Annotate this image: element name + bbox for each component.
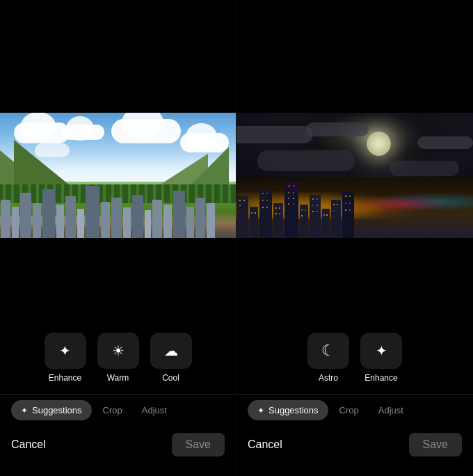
right-tab-bar: ✦ Suggestions Crop Adjust — [236, 394, 473, 426]
astro-button-right[interactable]: ☾ Astro — [307, 333, 349, 383]
suggestions-tab-right[interactable]: ✦ Suggestions — [248, 400, 328, 420]
left-phone-panel: ✦ Enhance ☀ Warm ☁ Cool ✦ Suggestions — [0, 0, 236, 476]
enhance-label-left: Enhance — [49, 373, 81, 383]
right-night-photo — [236, 113, 473, 238]
left-suggestions-row: ✦ Enhance ☀ Warm ☁ Cool — [0, 333, 236, 394]
warm-icon-left: ☀ — [97, 333, 139, 369]
suggestions-tab-label-right: Suggestions — [268, 405, 319, 415]
right-phone-panel: ☾ Astro ✦ Enhance ✦ Suggestions Crop Adj… — [236, 0, 473, 476]
right-action-bar: Cancel Save — [236, 426, 473, 470]
warm-button-left[interactable]: ☀ Warm — [97, 333, 139, 383]
suggestions-tab-label-left: Suggestions — [32, 405, 82, 415]
warm-label-left: Warm — [107, 373, 129, 383]
left-daytime-photo — [0, 113, 236, 238]
suggestions-tab-icon-left: ✦ — [21, 406, 28, 415]
crop-tab-right[interactable]: Crop — [331, 400, 367, 420]
save-button-right[interactable]: Save — [409, 433, 462, 457]
suggestions-tab-left[interactable]: ✦ Suggestions — [11, 400, 92, 420]
enhance-label-right: Enhance — [364, 373, 397, 383]
cool-icon-left: ☁ — [150, 333, 192, 369]
astro-label-right: Astro — [319, 373, 338, 383]
cancel-button-right[interactable]: Cancel — [248, 438, 282, 451]
cancel-button-left[interactable]: Cancel — [11, 438, 46, 451]
left-action-bar: Cancel Save — [0, 426, 236, 470]
left-toolbar: ✦ Enhance ☀ Warm ☁ Cool ✦ Suggestions — [0, 351, 236, 476]
right-photo-area — [236, 0, 473, 351]
right-toolbar: ☾ Astro ✦ Enhance ✦ Suggestions Crop Adj… — [236, 351, 473, 476]
save-button-left[interactable]: Save — [172, 433, 225, 457]
crop-tab-left[interactable]: Crop — [95, 400, 131, 420]
left-tab-bar: ✦ Suggestions Crop Adjust — [0, 394, 236, 426]
enhance-button-right[interactable]: ✦ Enhance — [360, 333, 402, 383]
cool-label-left: Cool — [162, 373, 179, 383]
right-suggestions-row: ☾ Astro ✦ Enhance — [236, 333, 473, 394]
adjust-tab-left[interactable]: Adjust — [134, 400, 175, 420]
enhance-button-left[interactable]: ✦ Enhance — [45, 333, 86, 383]
enhance-icon-left: ✦ — [45, 333, 86, 369]
enhance-icon-right: ✦ — [360, 333, 402, 369]
suggestions-tab-icon-right: ✦ — [257, 406, 264, 415]
astro-icon-right: ☾ — [307, 333, 349, 369]
adjust-tab-right[interactable]: Adjust — [370, 400, 412, 420]
cool-button-left[interactable]: ☁ Cool — [150, 333, 192, 383]
left-photo-area — [0, 0, 236, 351]
